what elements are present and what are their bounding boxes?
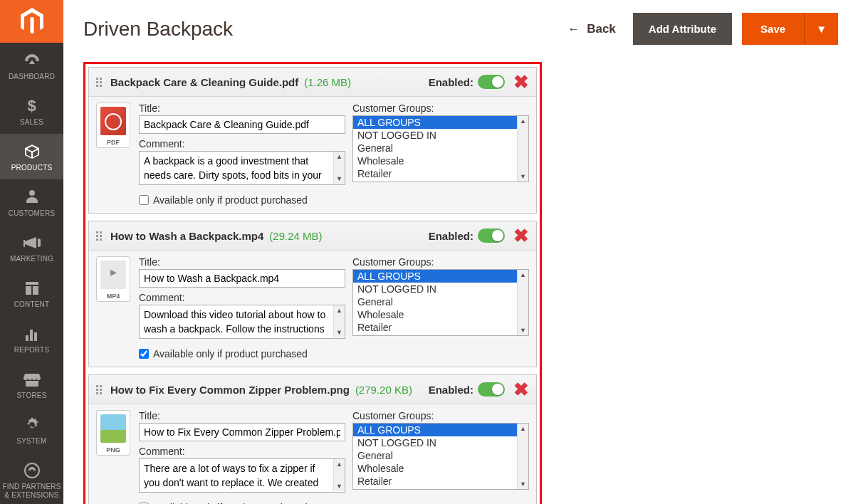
comment-textarea[interactable] <box>139 458 345 493</box>
customer-group-option[interactable]: Retailer <box>353 167 517 180</box>
nav-item-stores[interactable]: STORES <box>0 362 63 407</box>
attachment-card: How to Fix Every Common Zipper Problem.p… <box>88 374 537 504</box>
back-button[interactable]: ← Back <box>567 22 616 36</box>
content-icon <box>0 279 63 298</box>
attachment-header: How to Fix Every Common Zipper Problem.p… <box>89 375 536 404</box>
customer-group-option[interactable]: ALL GROUPS <box>353 116 517 129</box>
title-input[interactable] <box>139 269 345 288</box>
select-scrollbar[interactable]: ▲▼ <box>517 270 528 335</box>
delete-icon[interactable]: ✖ <box>513 226 529 245</box>
customer-group-option[interactable]: Wholesale <box>353 308 517 321</box>
textarea-scrollbar[interactable]: ▲▼ <box>333 459 345 491</box>
nav-label: PRODUCTS <box>0 164 63 172</box>
page-header: Driven Backpack ← Back Add Attribute Sav… <box>83 0 838 62</box>
customer-group-option[interactable]: Wholesale <box>353 154 517 167</box>
customer-group-option[interactable]: Retailer <box>353 475 517 488</box>
customer-group-option[interactable]: Retailer <box>353 321 517 334</box>
title-label: Title: <box>139 256 345 268</box>
nav-item-sales[interactable]: $SALES <box>0 88 63 134</box>
customer-group-option[interactable]: Wholesale <box>353 462 517 475</box>
available-purchased-label: Available only if product purchased <box>153 348 308 359</box>
customer-group-option[interactable]: NOT LOGGED IN <box>353 283 517 295</box>
enabled-label: Enabled: <box>429 384 474 396</box>
attachment-filename: How to Fix Every Common Zipper Problem.p… <box>110 384 350 396</box>
arrow-left-icon: ← <box>567 22 580 36</box>
dashboard-icon <box>0 51 63 70</box>
available-purchased-checkbox[interactable] <box>139 195 149 205</box>
customer-groups-select[interactable]: ALL GROUPSNOT LOGGED INGeneralWholesaleR… <box>352 115 529 182</box>
title-input[interactable] <box>139 115 345 134</box>
select-scrollbar[interactable]: ▲▼ <box>517 116 528 182</box>
customer-groups-label: Customer Groups: <box>352 410 529 421</box>
attachment-filesize: (279.20 KB) <box>355 384 412 396</box>
magento-logo[interactable] <box>0 0 63 43</box>
main-content: Driven Backpack ← Back Add Attribute Sav… <box>63 0 858 504</box>
nav-label: REPORTS <box>0 346 63 355</box>
customer-groups-select[interactable]: ALL GROUPSNOT LOGGED INGeneralWholesaleR… <box>352 423 529 490</box>
nav-item-content[interactable]: CONTENT <box>0 271 63 316</box>
comment-label: Comment: <box>139 138 345 149</box>
title-label: Title: <box>139 410 345 421</box>
nav-label: SYSTEM <box>0 437 63 446</box>
drag-handle-icon[interactable] <box>96 229 103 242</box>
save-dropdown-button[interactable]: ▼ <box>804 13 838 45</box>
chevron-down-icon: ▼ <box>816 23 827 35</box>
customer-groups-label: Customer Groups: <box>352 256 529 268</box>
attachment-card: How to Wash a Backpack.mp4(29.24 MB)Enab… <box>88 221 537 367</box>
enabled-label: Enabled: <box>429 230 474 242</box>
page-title: Driven Backpack <box>83 18 567 41</box>
customer-group-option[interactable]: General <box>353 449 517 462</box>
add-attribute-button[interactable]: Add Attribute <box>633 13 732 45</box>
delete-icon[interactable]: ✖ <box>513 73 529 91</box>
nav-label: CUSTOMERS <box>0 209 63 218</box>
admin-sidebar: DASHBOARD$SALESPRODUCTSCUSTOMERSMARKETIN… <box>0 0 63 504</box>
customer-group-option[interactable]: ALL GROUPS <box>353 424 517 436</box>
comment-label: Comment: <box>139 446 345 457</box>
attachment-filesize: (1.26 MB) <box>304 76 351 88</box>
nav-label: STORES <box>0 392 63 400</box>
nav-item-reports[interactable]: REPORTS <box>0 316 63 362</box>
attachment-filename: How to Wash a Backpack.mp4 <box>110 230 263 242</box>
file-type-icon: MP4 <box>96 256 132 341</box>
marketing-icon <box>0 233 63 252</box>
available-purchased-row[interactable]: Available only if product purchased <box>139 348 529 359</box>
nav-item-dashboard[interactable]: DASHBOARD <box>0 43 63 88</box>
nav-item-customers[interactable]: CUSTOMERS <box>0 179 63 225</box>
attachment-header: Backpack Care & Cleaning Guide.pdf(1.26 … <box>89 68 536 97</box>
enabled-toggle[interactable] <box>478 75 505 89</box>
available-purchased-checkbox[interactable] <box>139 349 149 359</box>
nav-label: FIND PARTNERS & EXTENSIONS <box>0 483 63 500</box>
textarea-scrollbar[interactable]: ▲▼ <box>333 152 345 184</box>
delete-icon[interactable]: ✖ <box>513 380 529 399</box>
reports-icon <box>0 325 63 343</box>
textarea-scrollbar[interactable]: ▲▼ <box>333 305 345 337</box>
nav-label: MARKETING <box>0 255 63 263</box>
products-icon <box>0 142 63 161</box>
customer-group-option[interactable]: ALL GROUPS <box>353 270 517 283</box>
attachment-filename: Backpack Care & Cleaning Guide.pdf <box>110 76 298 88</box>
customer-group-option[interactable]: General <box>353 295 517 308</box>
drag-handle-icon[interactable] <box>96 383 103 396</box>
comment-label: Comment: <box>139 292 345 303</box>
customer-group-option[interactable]: NOT LOGGED IN <box>353 436 517 449</box>
drag-handle-icon[interactable] <box>96 75 103 88</box>
magento-logo-icon <box>20 8 44 35</box>
sales-icon: $ <box>0 97 63 115</box>
enabled-toggle[interactable] <box>478 229 505 243</box>
available-purchased-row[interactable]: Available only if product purchased <box>139 194 529 206</box>
save-button[interactable]: Save <box>742 13 804 45</box>
enabled-toggle[interactable] <box>478 382 505 397</box>
nav-item-marketing[interactable]: MARKETING <box>0 225 63 271</box>
customer-group-option[interactable]: General <box>353 142 517 154</box>
select-scrollbar[interactable]: ▲▼ <box>517 424 528 489</box>
nav-item-system[interactable]: SYSTEM <box>0 407 63 453</box>
customer-group-option[interactable]: NOT LOGGED IN <box>353 129 517 142</box>
comment-textarea[interactable] <box>139 151 345 185</box>
title-label: Title: <box>139 103 345 114</box>
nav-label: SALES <box>0 118 63 127</box>
nav-item-partners[interactable]: FIND PARTNERS & EXTENSIONS <box>0 453 63 504</box>
title-input[interactable] <box>139 423 345 441</box>
comment-textarea[interactable] <box>139 305 345 339</box>
customer-groups-select[interactable]: ALL GROUPSNOT LOGGED INGeneralWholesaleR… <box>352 269 529 336</box>
nav-item-products[interactable]: PRODUCTS <box>0 134 63 179</box>
